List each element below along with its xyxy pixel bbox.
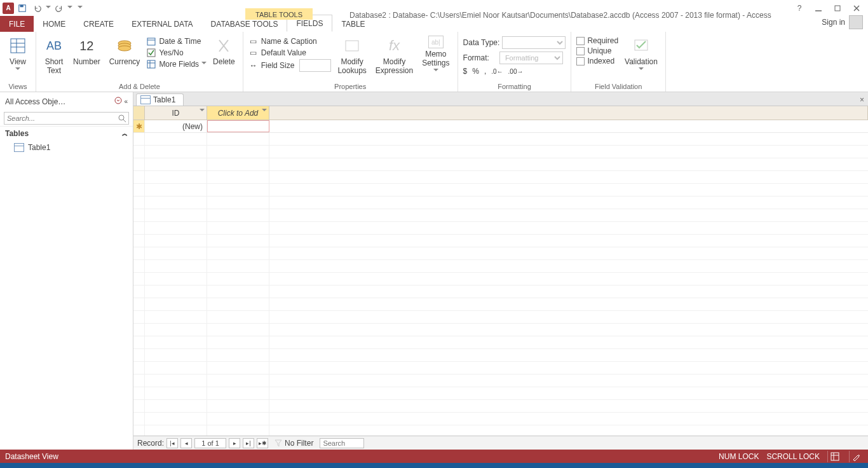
number-icon: 12: [76, 36, 97, 56]
redo-dropdown-icon[interactable]: [67, 6, 72, 11]
first-record-button[interactable]: |◂: [166, 438, 178, 448]
help-button[interactable]: ?: [792, 2, 807, 15]
comma-format-button: ,: [484, 67, 486, 76]
svg-point-24: [119, 115, 124, 120]
increase-decimals-button: .0←: [491, 68, 503, 75]
more-fields-dropdown-icon: [201, 62, 207, 67]
undo-dropdown-icon[interactable]: [46, 6, 51, 11]
sign-in-link[interactable]: Sign in: [822, 18, 845, 27]
svg-rect-13: [147, 38, 155, 45]
field-size-button: ↔Field Size: [248, 59, 332, 72]
memo-settings-button: ab|Memo Settings: [419, 34, 452, 75]
access-app-icon: A: [3, 3, 14, 14]
close-document-button[interactable]: ×: [856, 94, 868, 106]
validation-button: Validation: [622, 34, 660, 74]
more-fields-icon: [146, 59, 156, 69]
cell-active-input[interactable]: [207, 120, 269, 132]
column-header-click-to-add[interactable]: Click to Add: [207, 106, 269, 120]
new-row-selector[interactable]: ✱: [133, 120, 145, 132]
tab-file[interactable]: FILE: [0, 16, 34, 32]
group-formatting-label: Formatting: [463, 81, 566, 92]
nav-collapse-icon[interactable]: «: [124, 98, 128, 105]
prev-record-button[interactable]: ◂: [180, 438, 192, 448]
delete-button: Delete: [210, 34, 238, 67]
redo-qat-button[interactable]: [52, 1, 66, 15]
nav-group-tables[interactable]: Tables: [5, 129, 29, 138]
select-all-cell[interactable]: [133, 106, 145, 120]
fx-icon: fx: [384, 36, 405, 56]
nav-pane-title[interactable]: All Access Obje…: [5, 97, 65, 106]
unique-checkbox: Unique: [576, 46, 618, 56]
record-position-input[interactable]: [194, 438, 226, 448]
svg-rect-16: [147, 60, 155, 68]
no-filter-indicator: No Filter: [271, 439, 317, 448]
contextual-tab-label: TABLE TOOLS: [245, 8, 313, 20]
group-field-validation-label: Field Validation: [576, 81, 660, 92]
svg-rect-6: [11, 39, 25, 53]
cell-id-new[interactable]: (New): [145, 120, 207, 132]
empty-header-area: [269, 106, 868, 120]
avatar-icon: [849, 15, 863, 29]
currency-button[interactable]: Currency: [107, 34, 143, 67]
svg-rect-21: [346, 41, 358, 51]
svg-rect-26: [831, 453, 839, 460]
indexed-checkbox: Indexed: [576, 56, 618, 66]
next-record-button[interactable]: ▸: [229, 438, 240, 448]
table-icon: [140, 95, 151, 104]
nav-item-table1[interactable]: Table1: [0, 141, 133, 155]
default-value-button: ▭Default Value: [248, 47, 332, 59]
format-label: Format:: [463, 53, 489, 62]
svg-rect-3: [835, 6, 840, 11]
currency-icon: [114, 36, 135, 56]
decrease-decimals-button: .00→: [508, 68, 524, 75]
date-time-button[interactable]: Date & Time: [146, 36, 207, 47]
short-text-icon: AB: [44, 36, 64, 56]
tab-home[interactable]: HOME: [34, 16, 74, 32]
number-button[interactable]: 12 Number: [71, 34, 103, 67]
save-qat-button[interactable]: [15, 1, 29, 15]
name-caption-button: ▭Name & Caption: [248, 36, 332, 47]
view-dropdown-icon: [15, 67, 20, 72]
nav-dropdown-icon[interactable]: [114, 96, 123, 107]
group-add-delete-label: Add & Delete: [41, 81, 238, 92]
nav-group-collapse-icon[interactable]: ︽: [122, 130, 128, 138]
tab-create[interactable]: CREATE: [74, 16, 123, 32]
svg-point-23: [115, 97, 121, 104]
qat-customize-icon[interactable]: [78, 6, 83, 11]
nav-search-input[interactable]: [4, 112, 129, 125]
modify-expression-button: fxModify Expression: [373, 34, 416, 76]
yes-no-button[interactable]: Yes/No: [146, 47, 207, 59]
document-tab-table1[interactable]: Table1: [136, 93, 184, 106]
tag-icon: ▭: [248, 36, 259, 46]
status-view-label: Datasheet View: [5, 452, 58, 461]
more-fields-button[interactable]: More Fields: [146, 59, 207, 70]
svg-rect-1: [20, 4, 24, 7]
column-dropdown-icon[interactable]: [200, 109, 205, 114]
short-text-button[interactable]: AB Short Text: [41, 34, 67, 76]
view-button[interactable]: View: [5, 34, 31, 74]
last-record-button[interactable]: ▸|: [243, 438, 254, 448]
search-icon[interactable]: [118, 114, 126, 125]
datasheet-view-icon: [8, 36, 28, 56]
modify-lookups-button: Modify Lookups: [335, 34, 369, 76]
undo-qat-button[interactable]: [31, 1, 44, 15]
svg-rect-15: [147, 49, 155, 57]
record-search-input[interactable]: [320, 438, 364, 448]
group-properties-label: Properties: [248, 81, 452, 92]
design-view-switch-button[interactable]: [849, 451, 863, 462]
size-icon: ↔: [248, 60, 259, 71]
tab-external-data[interactable]: EXTERNAL DATA: [123, 16, 201, 32]
format-select: Formatting: [499, 52, 563, 64]
group-views-label: Views: [5, 81, 31, 92]
windows-taskbar: [0, 463, 868, 468]
column-header-id[interactable]: ID: [145, 106, 207, 120]
window-title: Database2 : Database- C:\Users\Emiel Noo…: [349, 11, 771, 20]
column-dropdown-icon[interactable]: [262, 109, 267, 114]
datasheet-view-switch-button[interactable]: [827, 451, 841, 462]
table-icon: [14, 143, 24, 152]
percent-format-button: %: [472, 67, 479, 76]
svg-line-25: [123, 120, 126, 122]
new-record-button[interactable]: ▸✱: [257, 438, 268, 448]
data-type-select: [502, 36, 566, 49]
lookups-icon: [342, 36, 362, 56]
